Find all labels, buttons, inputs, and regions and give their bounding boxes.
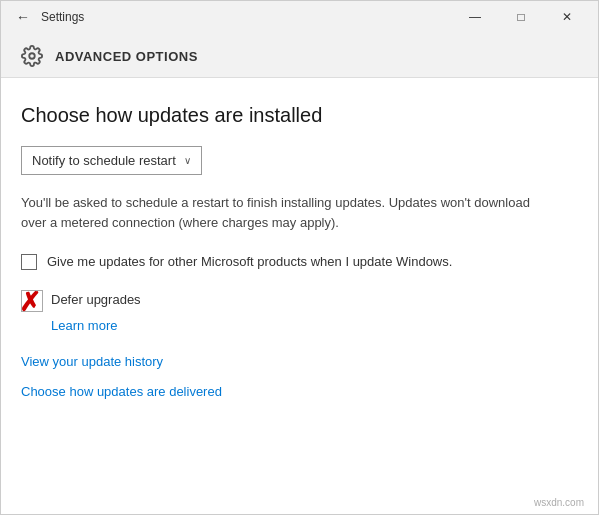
watermark: wsxdn.com [534, 497, 584, 508]
window-controls: — □ ✕ [452, 1, 590, 33]
learn-more-row: Learn more [51, 316, 574, 334]
content-area: Choose how updates are installed Notify … [1, 78, 598, 514]
ms-products-row: Give me updates for other Microsoft prod… [21, 252, 574, 272]
page-title: ADVANCED OPTIONS [55, 49, 198, 64]
window-title: Settings [41, 10, 452, 24]
install-method-dropdown[interactable]: Notify to schedule restart ∨ [21, 146, 202, 175]
defer-upgrades-label: Defer upgrades [51, 290, 141, 307]
main-heading: Choose how updates are installed [21, 102, 574, 128]
defer-upgrades-checkbox[interactable]: ✗ [21, 290, 43, 312]
maximize-button[interactable]: □ [498, 1, 544, 33]
minimize-button[interactable]: — [452, 1, 498, 33]
close-button[interactable]: ✕ [544, 1, 590, 33]
svg-point-0 [29, 53, 35, 59]
dropdown-value: Notify to schedule restart [32, 153, 176, 168]
title-bar: ← Settings — □ ✕ [1, 1, 598, 33]
view-history-link[interactable]: View your update history [21, 354, 163, 369]
choose-delivery-row: Choose how updates are delivered [21, 382, 574, 400]
page-header: ADVANCED OPTIONS [1, 33, 598, 78]
x-mark-icon: ✗ [19, 289, 41, 315]
gear-icon [21, 45, 43, 67]
description-text: You'll be asked to schedule a restart to… [21, 193, 541, 232]
view-history-row: View your update history [21, 352, 574, 370]
ms-products-label: Give me updates for other Microsoft prod… [47, 252, 452, 272]
back-button[interactable]: ← [9, 3, 37, 31]
chevron-down-icon: ∨ [184, 155, 191, 166]
learn-more-link[interactable]: Learn more [51, 318, 117, 333]
defer-upgrades-row: ✗ Defer upgrades [21, 290, 574, 312]
ms-products-checkbox[interactable] [21, 254, 37, 270]
settings-window: ← Settings — □ ✕ ADVANCED OPTIONS Choose… [0, 0, 599, 515]
choose-delivery-link[interactable]: Choose how updates are delivered [21, 384, 222, 399]
dropdown-container: Notify to schedule restart ∨ [21, 146, 574, 175]
